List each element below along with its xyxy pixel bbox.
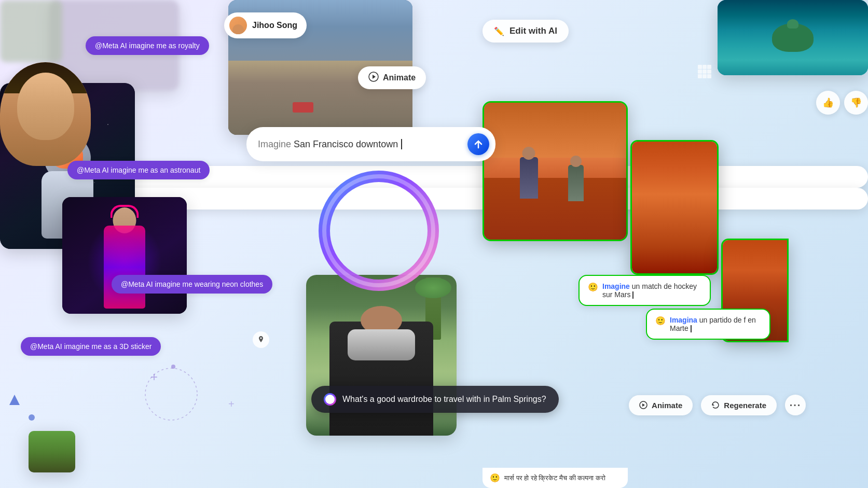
regenerate-label: Regenerate	[724, 401, 766, 410]
vr-person-body	[329, 322, 433, 436]
sf-cable-car	[293, 102, 313, 113]
deco-arc-svg	[140, 363, 202, 425]
hockey-mars-image-card	[630, 140, 719, 275]
edit-with-ai-button[interactable]: ✏️ Edit with AI	[483, 20, 569, 43]
search-imagine-label: Imagine	[258, 139, 291, 150]
spanish-cursor	[691, 325, 692, 332]
like-dislike-bar: 👍 👎	[816, 91, 868, 115]
avatar-head	[232, 24, 244, 34]
thumbs-up-icon: 👍	[822, 97, 834, 108]
svg-point-3	[324, 176, 433, 285]
search-value: San Francisco downtown	[294, 139, 398, 150]
deco-triangle-blue	[9, 395, 20, 405]
hindi-emoji-icon: 🙂	[490, 473, 500, 483]
vr-headset	[348, 329, 415, 360]
svg-marker-1	[373, 75, 376, 79]
turtle-image-card	[718, 0, 868, 75]
bubble-spanish-input[interactable]: 🙂 Imagina un partido de f en Marte	[646, 309, 770, 340]
search-submit-button[interactable]	[467, 133, 489, 155]
cricket-sky	[484, 103, 626, 158]
more-options-icon: ···	[790, 400, 802, 410]
french-imagine-label: Imagine	[602, 282, 630, 290]
turtle-shape	[772, 23, 814, 52]
deco-plus-2: +	[228, 398, 235, 410]
bubble-astronaut: @Meta AI imagine me as an astronaut	[67, 161, 210, 179]
cricket-player-2	[568, 165, 584, 201]
bubble-neon-text: @Meta AI imagine me wearing neon clothes	[121, 280, 263, 288]
bottom-animate-label: Animate	[652, 401, 682, 410]
portrait-face	[17, 73, 74, 140]
spanish-emoji-icon: 🙂	[655, 316, 666, 326]
neon-girl-body	[104, 226, 145, 309]
svg-marker-5	[642, 403, 645, 407]
thumbs-up-button[interactable]: 👍	[816, 91, 840, 115]
main-canvas: Jihoo Song ✏️ Edit with AI Animate 👍 👎	[0, 0, 868, 488]
svg-marker-6	[712, 403, 714, 406]
bottom-query-bubble: What's a good wardrobe to travel with in…	[311, 386, 559, 413]
grid-icon[interactable]	[698, 65, 712, 79]
thumbs-down-button[interactable]: 👎	[844, 91, 868, 115]
blurred-small-card	[0, 0, 62, 62]
bubble-royalty-text: @Meta AI imagine me as royalty	[95, 41, 200, 50]
cricket-player-1	[520, 157, 538, 199]
bubble-hindi-text: मार्स पर हो रहे क्रिकेट मैच की कल्पना कर…	[504, 474, 605, 482]
nature-image-card	[29, 431, 75, 472]
user-name-label: Jihoo Song	[252, 21, 297, 30]
regenerate-button[interactable]: Regenerate	[701, 395, 777, 415]
bottom-action-bar: Animate Regenerate ···	[629, 395, 806, 415]
bubble-hindi: 🙂 मार्स पर हो रहे क्रिकेट मैच की कल्पना …	[483, 468, 628, 488]
query-meta-ring	[324, 393, 336, 406]
animate-button[interactable]: Animate	[358, 66, 426, 89]
neon-headphones	[111, 205, 139, 218]
query-text: What's a good wardrobe to travel with in…	[342, 395, 546, 404]
french-emoji-icon: 🙂	[588, 282, 598, 292]
animate-label: Animate	[383, 73, 416, 82]
bottom-animate-button[interactable]: Animate	[629, 395, 693, 415]
thumbs-down-icon: 👎	[850, 97, 862, 108]
bubble-neon: @Meta AI imagine me wearing neon clothes	[112, 275, 272, 294]
svg-point-7	[145, 368, 197, 420]
bubble-french-input[interactable]: 🙂 Imagine un match de hockey sur Mars	[578, 275, 711, 306]
edit-ai-label: Edit with AI	[509, 26, 557, 36]
neon-clothes-image-card	[62, 197, 187, 314]
more-options-button[interactable]: ···	[785, 395, 806, 415]
meta-ai-central-ring	[309, 161, 449, 301]
animate-play-icon	[368, 72, 379, 84]
user-profile-label[interactable]: Jihoo Song	[224, 12, 307, 38]
woman-portrait-card	[0, 62, 91, 166]
bubble-astronaut-text: @Meta AI imagine me as an astronaut	[77, 166, 200, 174]
search-input-bar[interactable]: Imagine San Francisco downtown	[246, 127, 495, 161]
spanish-imagine-label: Imagina	[670, 316, 697, 324]
french-cursor	[632, 291, 633, 299]
bubble-sticker-text: @Meta AI imagine me as a 3D sticker	[30, 342, 151, 351]
search-text-content: Imagine San Francisco downtown	[258, 139, 462, 150]
bubble-royalty: @Meta AI imagine me as royalty	[86, 36, 209, 55]
bubble-sticker: @Meta AI imagine me as a 3D sticker	[21, 337, 161, 356]
search-cursor	[401, 139, 402, 149]
edit-pencil-icon: ✏️	[494, 26, 504, 36]
deco-dot-blue	[29, 414, 35, 421]
cricket-mars-image-card	[483, 101, 628, 241]
cricket-ground	[484, 178, 626, 240]
user-avatar	[229, 17, 247, 34]
pin-location-icon[interactable]	[253, 331, 269, 348]
